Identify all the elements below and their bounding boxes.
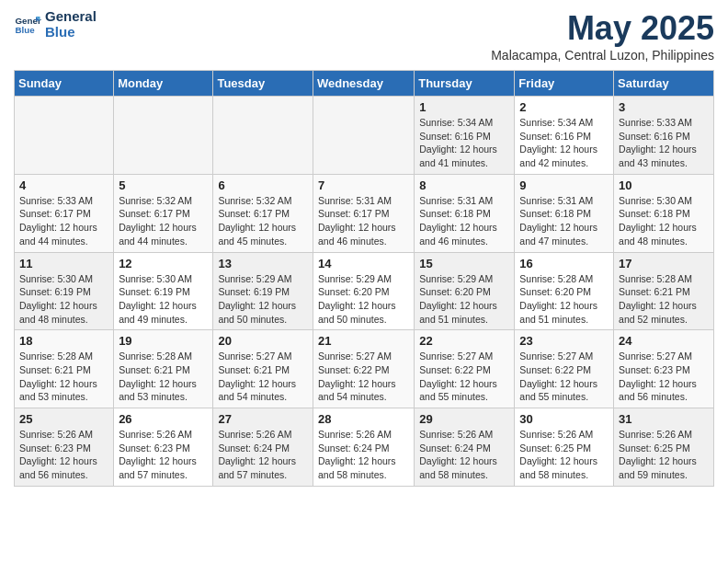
day-info: Sunrise: 5:27 AM Sunset: 6:22 PM Dayligh… bbox=[419, 350, 509, 404]
day-info: Sunrise: 5:30 AM Sunset: 6:19 PM Dayligh… bbox=[119, 272, 208, 327]
day-info: Sunrise: 5:27 AM Sunset: 6:22 PM Dayligh… bbox=[519, 350, 609, 404]
calendar-day-cell bbox=[114, 97, 213, 175]
day-number: 18 bbox=[19, 334, 108, 348]
calendar-day-cell: 12Sunrise: 5:30 AM Sunset: 6:19 PM Dayli… bbox=[114, 252, 213, 330]
day-number: 25 bbox=[19, 412, 108, 426]
day-number: 21 bbox=[318, 334, 409, 348]
calendar-week-row: 1Sunrise: 5:34 AM Sunset: 6:16 PM Daylig… bbox=[15, 97, 714, 175]
day-info: Sunrise: 5:30 AM Sunset: 6:19 PM Dayligh… bbox=[19, 272, 108, 327]
calendar-header-row: SundayMondayTuesdayWednesdayThursdayFrid… bbox=[15, 71, 714, 97]
calendar-col-header: Sunday bbox=[15, 71, 114, 97]
calendar-col-header: Monday bbox=[114, 71, 213, 97]
calendar-col-header: Saturday bbox=[614, 71, 714, 97]
day-number: 4 bbox=[19, 178, 108, 192]
calendar-day-cell bbox=[15, 97, 114, 175]
day-info: Sunrise: 5:29 AM Sunset: 6:20 PM Dayligh… bbox=[318, 272, 409, 327]
calendar-day-cell: 5Sunrise: 5:32 AM Sunset: 6:17 PM Daylig… bbox=[114, 174, 213, 252]
day-info: Sunrise: 5:31 AM Sunset: 6:18 PM Dayligh… bbox=[419, 194, 509, 248]
day-number: 26 bbox=[119, 412, 208, 426]
calendar-table: SundayMondayTuesdayWednesdayThursdayFrid… bbox=[14, 70, 714, 487]
calendar-day-cell: 15Sunrise: 5:29 AM Sunset: 6:20 PM Dayli… bbox=[415, 252, 515, 330]
header: General Blue General Blue May 2025 Malac… bbox=[14, 9, 714, 63]
day-info: Sunrise: 5:31 AM Sunset: 6:17 PM Dayligh… bbox=[318, 194, 409, 248]
day-number: 12 bbox=[119, 257, 208, 270]
calendar-col-header: Thursday bbox=[415, 71, 515, 97]
calendar-day-cell: 30Sunrise: 5:26 AM Sunset: 6:25 PM Dayli… bbox=[515, 408, 614, 487]
day-info: Sunrise: 5:33 AM Sunset: 6:16 PM Dayligh… bbox=[619, 116, 709, 170]
day-info: Sunrise: 5:29 AM Sunset: 6:19 PM Dayligh… bbox=[218, 272, 308, 327]
month-title: May 2025 bbox=[491, 9, 714, 48]
day-info: Sunrise: 5:27 AM Sunset: 6:22 PM Dayligh… bbox=[318, 350, 409, 404]
calendar-day-cell: 6Sunrise: 5:32 AM Sunset: 6:17 PM Daylig… bbox=[213, 174, 313, 252]
logo-wordmark: General Blue bbox=[45, 9, 97, 40]
calendar-day-cell: 4Sunrise: 5:33 AM Sunset: 6:17 PM Daylig… bbox=[15, 174, 114, 252]
calendar-day-cell: 3Sunrise: 5:33 AM Sunset: 6:16 PM Daylig… bbox=[614, 97, 714, 175]
calendar-day-cell: 29Sunrise: 5:26 AM Sunset: 6:24 PM Dayli… bbox=[415, 408, 515, 487]
calendar-day-cell: 1Sunrise: 5:34 AM Sunset: 6:16 PM Daylig… bbox=[415, 97, 515, 175]
calendar-day-cell: 17Sunrise: 5:28 AM Sunset: 6:21 PM Dayli… bbox=[614, 252, 714, 330]
logo-line1: General bbox=[45, 9, 97, 25]
day-number: 22 bbox=[419, 334, 509, 348]
day-number: 16 bbox=[519, 257, 609, 270]
day-info: Sunrise: 5:29 AM Sunset: 6:20 PM Dayligh… bbox=[419, 272, 509, 327]
calendar-col-header: Tuesday bbox=[213, 71, 313, 97]
day-number: 7 bbox=[318, 178, 409, 192]
day-info: Sunrise: 5:33 AM Sunset: 6:17 PM Dayligh… bbox=[19, 194, 108, 248]
day-number: 28 bbox=[318, 412, 409, 426]
calendar-day-cell: 22Sunrise: 5:27 AM Sunset: 6:22 PM Dayli… bbox=[415, 330, 515, 408]
logo-icon: General Blue bbox=[14, 11, 41, 39]
day-number: 31 bbox=[619, 412, 709, 426]
day-number: 8 bbox=[419, 178, 509, 192]
calendar-day-cell: 27Sunrise: 5:26 AM Sunset: 6:24 PM Dayli… bbox=[213, 408, 313, 487]
calendar-day-cell: 2Sunrise: 5:34 AM Sunset: 6:16 PM Daylig… bbox=[515, 97, 614, 175]
calendar-day-cell: 20Sunrise: 5:27 AM Sunset: 6:21 PM Dayli… bbox=[213, 330, 313, 408]
calendar-day-cell: 24Sunrise: 5:27 AM Sunset: 6:23 PM Dayli… bbox=[614, 330, 714, 408]
calendar-day-cell: 26Sunrise: 5:26 AM Sunset: 6:23 PM Dayli… bbox=[114, 408, 213, 487]
calendar-week-row: 11Sunrise: 5:30 AM Sunset: 6:19 PM Dayli… bbox=[15, 252, 714, 330]
day-info: Sunrise: 5:28 AM Sunset: 6:20 PM Dayligh… bbox=[519, 272, 609, 327]
day-number: 11 bbox=[19, 257, 108, 270]
day-number: 1 bbox=[419, 100, 509, 114]
calendar-week-row: 18Sunrise: 5:28 AM Sunset: 6:21 PM Dayli… bbox=[15, 330, 714, 408]
calendar-day-cell: 14Sunrise: 5:29 AM Sunset: 6:20 PM Dayli… bbox=[313, 252, 414, 330]
day-number: 14 bbox=[318, 257, 409, 270]
day-number: 24 bbox=[619, 334, 709, 348]
calendar-day-cell: 9Sunrise: 5:31 AM Sunset: 6:18 PM Daylig… bbox=[515, 174, 614, 252]
day-info: Sunrise: 5:30 AM Sunset: 6:18 PM Dayligh… bbox=[619, 194, 709, 248]
calendar-day-cell bbox=[313, 97, 414, 175]
calendar-day-cell: 23Sunrise: 5:27 AM Sunset: 6:22 PM Dayli… bbox=[515, 330, 614, 408]
day-number: 6 bbox=[218, 178, 308, 192]
day-number: 13 bbox=[218, 257, 308, 270]
svg-text:Blue: Blue bbox=[16, 25, 36, 35]
day-info: Sunrise: 5:31 AM Sunset: 6:18 PM Dayligh… bbox=[519, 194, 609, 248]
day-number: 23 bbox=[519, 334, 609, 348]
day-info: Sunrise: 5:28 AM Sunset: 6:21 PM Dayligh… bbox=[119, 350, 208, 404]
day-number: 5 bbox=[119, 178, 208, 192]
day-number: 27 bbox=[218, 412, 308, 426]
day-number: 2 bbox=[519, 100, 609, 114]
calendar-day-cell: 7Sunrise: 5:31 AM Sunset: 6:17 PM Daylig… bbox=[313, 174, 414, 252]
calendar-day-cell: 18Sunrise: 5:28 AM Sunset: 6:21 PM Dayli… bbox=[15, 330, 114, 408]
day-info: Sunrise: 5:27 AM Sunset: 6:21 PM Dayligh… bbox=[218, 350, 308, 404]
day-number: 30 bbox=[519, 412, 609, 426]
calendar-day-cell: 31Sunrise: 5:26 AM Sunset: 6:25 PM Dayli… bbox=[614, 408, 714, 487]
location: Malacampa, Central Luzon, Philippines bbox=[491, 48, 714, 63]
calendar-day-cell: 16Sunrise: 5:28 AM Sunset: 6:20 PM Dayli… bbox=[515, 252, 614, 330]
day-info: Sunrise: 5:26 AM Sunset: 6:23 PM Dayligh… bbox=[19, 428, 108, 482]
calendar-day-cell: 8Sunrise: 5:31 AM Sunset: 6:18 PM Daylig… bbox=[415, 174, 515, 252]
calendar-col-header: Friday bbox=[515, 71, 614, 97]
day-info: Sunrise: 5:26 AM Sunset: 6:24 PM Dayligh… bbox=[318, 428, 409, 482]
day-info: Sunrise: 5:34 AM Sunset: 6:16 PM Dayligh… bbox=[419, 116, 509, 170]
day-info: Sunrise: 5:26 AM Sunset: 6:24 PM Dayligh… bbox=[419, 428, 509, 482]
day-number: 9 bbox=[519, 178, 609, 192]
day-number: 3 bbox=[619, 100, 709, 114]
calendar-day-cell: 28Sunrise: 5:26 AM Sunset: 6:24 PM Dayli… bbox=[313, 408, 414, 487]
title-block: May 2025 Malacampa, Central Luzon, Phili… bbox=[491, 9, 714, 63]
day-info: Sunrise: 5:28 AM Sunset: 6:21 PM Dayligh… bbox=[19, 350, 108, 404]
day-info: Sunrise: 5:26 AM Sunset: 6:23 PM Dayligh… bbox=[119, 428, 208, 482]
day-info: Sunrise: 5:34 AM Sunset: 6:16 PM Dayligh… bbox=[519, 116, 609, 170]
day-info: Sunrise: 5:28 AM Sunset: 6:21 PM Dayligh… bbox=[619, 272, 709, 327]
day-number: 15 bbox=[419, 257, 509, 270]
calendar-week-row: 25Sunrise: 5:26 AM Sunset: 6:23 PM Dayli… bbox=[15, 408, 714, 487]
day-info: Sunrise: 5:27 AM Sunset: 6:23 PM Dayligh… bbox=[619, 350, 709, 404]
